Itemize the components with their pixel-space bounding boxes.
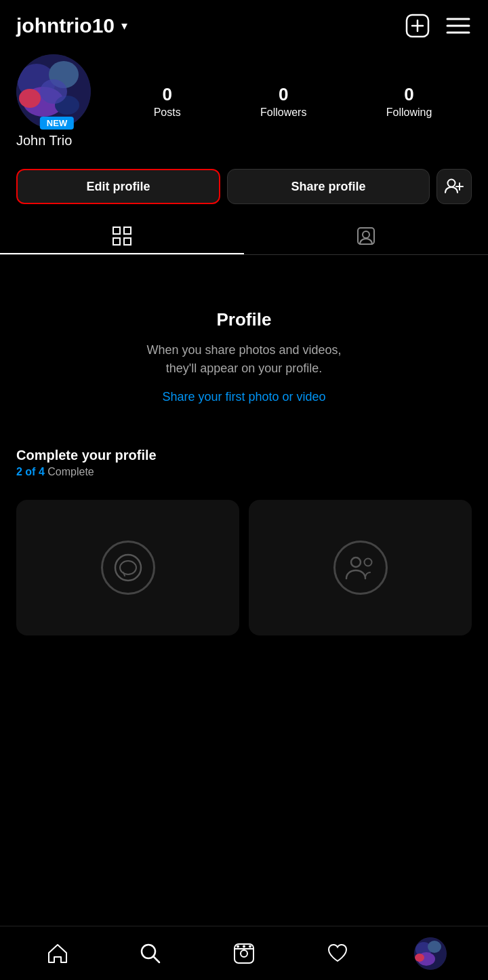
svg-point-24	[351, 557, 361, 567]
nav-reels[interactable]	[224, 933, 264, 974]
svg-rect-17	[124, 227, 131, 234]
nav-profile[interactable]	[410, 933, 451, 974]
stats-row: 0 Posts 0 Followers 0 Following	[114, 84, 472, 119]
new-post-button[interactable]	[404, 12, 431, 39]
posts-label: Posts	[154, 106, 181, 119]
svg-point-13	[448, 180, 455, 187]
header-username[interactable]: johntrio10	[16, 14, 115, 37]
svg-point-22	[115, 555, 141, 581]
followers-count: 0	[279, 84, 288, 105]
svg-rect-16	[113, 227, 120, 234]
svg-point-29	[241, 950, 247, 957]
svg-point-31	[237, 945, 239, 947]
svg-point-25	[364, 559, 371, 566]
svg-point-38	[415, 954, 424, 962]
svg-point-23	[120, 561, 136, 574]
svg-point-21	[363, 231, 369, 238]
followers-label: Followers	[260, 106, 306, 119]
svg-rect-18	[113, 238, 120, 245]
svg-point-32	[243, 945, 245, 947]
complete-profile-cards	[0, 500, 488, 635]
profile-card-followers[interactable]	[249, 500, 472, 635]
profile-section: NEW John Trio 0 Posts 0 Followers 0 Foll…	[0, 47, 488, 159]
svg-point-36	[428, 941, 441, 953]
share-first-photo-link[interactable]: Share your first photo or video	[162, 390, 325, 404]
empty-state-title: Profile	[217, 309, 272, 330]
following-label: Following	[386, 106, 432, 119]
tab-tagged[interactable]	[244, 218, 488, 254]
header: johntrio10 ▾	[0, 0, 488, 47]
nav-home[interactable]	[37, 933, 78, 974]
followers-stat[interactable]: 0 Followers	[260, 84, 306, 119]
following-stat[interactable]: 0 Following	[386, 84, 432, 119]
tab-grid[interactable]	[0, 218, 244, 254]
menu-button[interactable]	[445, 12, 472, 39]
add-friend-button[interactable]	[436, 169, 472, 204]
empty-state-subtitle: When you share photos and videos,they'll…	[146, 341, 341, 378]
svg-point-12	[40, 79, 67, 104]
people-icon	[333, 541, 388, 595]
bottom-nav	[0, 926, 488, 980]
following-count: 0	[404, 84, 413, 105]
svg-point-11	[19, 89, 41, 108]
profile-buttons: Edit profile Share profile	[0, 159, 488, 210]
avatar-container: NEW John Trio	[16, 54, 98, 149]
chevron-down-icon[interactable]: ▾	[121, 18, 127, 33]
nav-likes[interactable]	[317, 933, 358, 974]
svg-rect-19	[124, 238, 131, 245]
new-badge: NEW	[40, 117, 74, 130]
svg-line-27	[153, 956, 159, 962]
svg-point-33	[249, 945, 251, 947]
complete-profile-section: Complete your profile 2 of 4 Complete	[0, 431, 488, 489]
share-profile-button[interactable]: Share profile	[227, 169, 430, 204]
posts-count: 0	[162, 84, 171, 105]
complete-profile-title: Complete your profile	[16, 448, 472, 463]
header-right	[404, 12, 472, 39]
profile-card-message[interactable]	[16, 500, 239, 635]
tabs-row	[0, 218, 488, 255]
profile-empty-state: Profile When you share photos and videos…	[0, 255, 488, 431]
posts-stat[interactable]: 0 Posts	[154, 84, 181, 119]
display-name: John Trio	[16, 133, 98, 149]
message-icon	[101, 541, 155, 595]
edit-profile-button[interactable]: Edit profile	[16, 169, 220, 204]
nav-search[interactable]	[130, 933, 171, 974]
header-left: johntrio10 ▾	[16, 14, 127, 37]
complete-profile-progress: 2 of 4 Complete	[16, 466, 472, 478]
